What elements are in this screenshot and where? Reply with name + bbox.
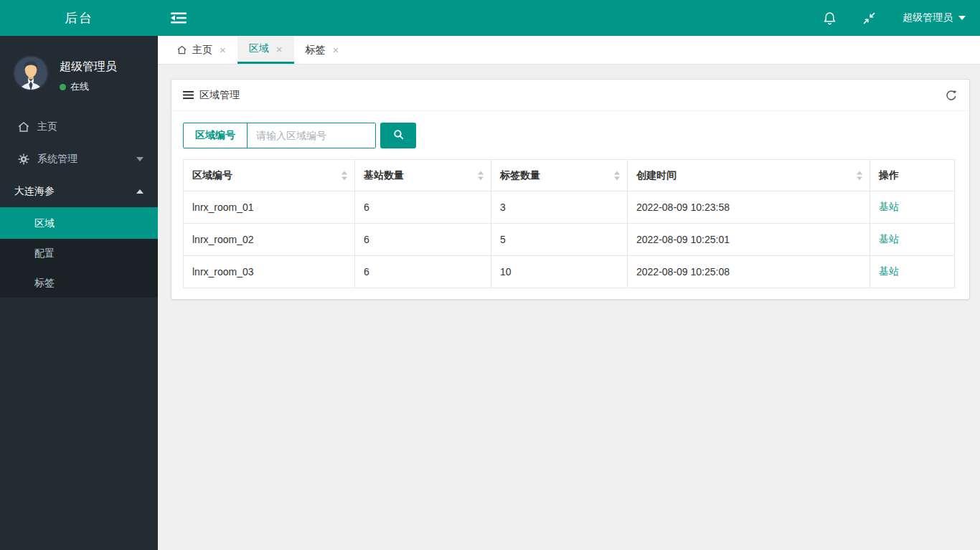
cell-tags: 5 <box>491 224 628 256</box>
list-icon <box>183 90 194 100</box>
chevron-up-icon <box>136 189 143 194</box>
sidebar-item-label: 大连海参 <box>14 185 55 198</box>
user-dropdown[interactable]: 超级管理员 <box>903 11 966 24</box>
tab-label: 标签 <box>306 44 326 57</box>
sidebar-menu: 主页 系统管理 大连海参 <box>0 110 158 207</box>
user-status: 在线 <box>60 80 117 93</box>
online-dot-icon <box>60 84 66 90</box>
cell-stations: 6 <box>355 191 491 224</box>
search-icon <box>392 128 405 143</box>
compress-screen-icon[interactable] <box>862 11 877 26</box>
search-row: 区域编号 <box>183 123 958 148</box>
user-name: 超级管理员 <box>60 60 117 75</box>
sidebar-item-region[interactable]: 区域 <box>0 207 158 239</box>
cell-region: lnrx_room_01 <box>184 191 355 224</box>
column-header-created[interactable]: 创建时间 <box>628 160 870 191</box>
table-row: lnrx_room_03 6 10 2022-08-09 10:25:08 基站 <box>184 256 955 288</box>
sort-icon[interactable] <box>857 171 862 180</box>
search-input[interactable] <box>248 123 375 148</box>
column-header-stations[interactable]: 基站数量 <box>355 160 491 191</box>
topbar: 超级管理员 <box>158 0 980 36</box>
gear-icon <box>17 153 30 166</box>
sidebar-item-system[interactable]: 系统管理 <box>0 143 158 175</box>
tab-region[interactable]: 区域 × <box>237 36 294 64</box>
table-row: lnrx_room_01 6 3 2022-08-09 10:23:58 基站 <box>184 191 955 224</box>
sidebar-item-label: 系统管理 <box>37 153 77 166</box>
search-button[interactable] <box>380 123 416 148</box>
main-content: 区域管理 区域编号 <box>158 65 980 550</box>
tab-tag[interactable]: 标签 × <box>294 36 351 64</box>
sidebar-item-group[interactable]: 大连海参 <box>0 175 158 207</box>
column-header-actions: 操作 <box>870 160 955 191</box>
table-row: lnrx_room_02 6 5 2022-08-09 10:25:01 基站 <box>184 224 955 256</box>
region-table: 区域编号 基站数量 标签数量 创建时间 <box>183 159 955 288</box>
topbar-username: 超级管理员 <box>903 11 953 24</box>
search-field-label: 区域编号 <box>184 123 248 148</box>
tab-home[interactable]: 主页 × <box>165 36 237 64</box>
user-status-label: 在线 <box>70 80 89 93</box>
region-panel: 区域管理 区域编号 <box>171 79 970 300</box>
column-header-region[interactable]: 区域编号 <box>184 160 355 191</box>
home-icon <box>176 44 187 55</box>
sort-icon[interactable] <box>614 171 620 180</box>
sort-icon[interactable] <box>341 171 347 180</box>
cell-stations: 6 <box>355 256 491 288</box>
cell-tags: 3 <box>491 191 628 224</box>
cell-region: lnrx_room_03 <box>184 256 355 288</box>
station-link[interactable]: 基站 <box>879 233 899 245</box>
chevron-down-icon <box>136 157 143 161</box>
close-icon[interactable]: × <box>276 44 283 54</box>
cell-created: 2022-08-09 10:25:08 <box>628 256 870 288</box>
panel-header: 区域管理 <box>171 80 969 111</box>
search-group: 区域编号 <box>183 123 376 148</box>
table-header-row: 区域编号 基站数量 标签数量 创建时间 <box>184 160 955 191</box>
home-icon <box>17 120 30 133</box>
sidebar-submenu: 区域 配置 标签 <box>0 207 158 298</box>
station-link[interactable]: 基站 <box>879 265 899 277</box>
sidebar-item-tag[interactable]: 标签 <box>0 268 158 298</box>
sidebar: 后台 超级管理员 在线 <box>0 0 158 550</box>
sidebar-item-home[interactable]: 主页 <box>0 110 158 143</box>
sidebar-fold-icon[interactable] <box>171 11 187 24</box>
notifications-bell-icon[interactable] <box>822 11 837 26</box>
cell-tags: 10 <box>491 256 628 288</box>
sort-icon[interactable] <box>478 171 484 180</box>
tab-label: 主页 <box>192 44 212 57</box>
panel-title: 区域管理 <box>199 89 240 102</box>
caret-down-icon <box>958 16 966 20</box>
cell-created: 2022-08-09 10:23:58 <box>628 191 870 224</box>
brand-title: 后台 <box>0 0 158 36</box>
tabbar: 主页 × 区域 × 标签 × <box>158 36 980 65</box>
cell-created: 2022-08-09 10:25:01 <box>628 224 870 256</box>
column-header-tags[interactable]: 标签数量 <box>491 160 628 191</box>
cell-region: lnrx_room_02 <box>184 224 355 256</box>
cell-stations: 6 <box>355 224 491 256</box>
close-icon[interactable]: × <box>333 44 339 55</box>
sidebar-item-label: 主页 <box>37 120 57 133</box>
sidebar-item-config[interactable]: 配置 <box>0 239 158 268</box>
refresh-icon[interactable] <box>945 89 958 102</box>
station-link[interactable]: 基站 <box>879 201 899 212</box>
close-icon[interactable]: × <box>220 44 226 55</box>
user-panel: 超级管理员 在线 <box>0 36 158 110</box>
tab-label: 区域 <box>249 42 269 55</box>
avatar <box>13 55 49 91</box>
